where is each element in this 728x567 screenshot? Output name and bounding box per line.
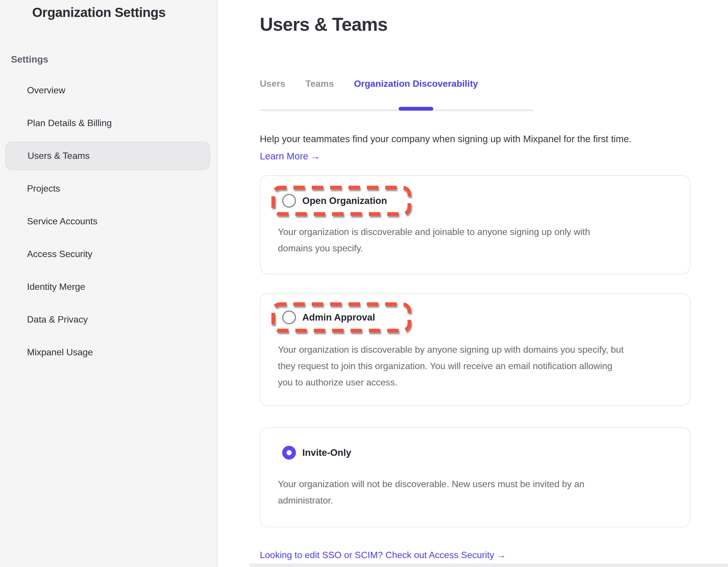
tab-organization-discoverability[interactable]: Organization Discoverability [354,75,478,92]
sidebar-item-projects[interactable]: Projects [5,174,210,203]
main-content: Users & Teams Users Teams Organization D… [218,0,728,567]
active-tab-indicator [399,107,433,111]
tabs-underline [260,109,533,111]
option-invite-only[interactable]: Invite-Only [271,438,411,468]
option-desc-open-organization: Your organization is discoverable and jo… [278,224,627,256]
option-card-admin-approval: Admin Approval Your organization is disc… [260,293,690,406]
radio-admin-approval[interactable] [282,311,296,324]
sidebar-item-access-security[interactable]: Access Security [5,240,210,268]
page-title: Users & Teams [260,14,728,35]
sidebar-item-mixpanel-usage[interactable]: Mixpanel Usage [5,338,210,367]
learn-more-link[interactable]: Learn More→ [260,150,320,162]
sidebar-title: Organization Settings [32,5,217,20]
sidebar-item-data-privacy[interactable]: Data & Privacy [5,305,210,334]
option-title-open-organization: Open Organization [302,195,387,206]
cutoff-content-strip [250,564,728,567]
sidebar-item-identity-merge[interactable]: Identity Merge [5,272,210,301]
intro-text: Help your teammates find your company wh… [260,133,725,145]
tab-users[interactable]: Users [260,75,285,92]
tab-teams[interactable]: Teams [305,75,334,92]
option-card-open-organization: Open Organization Your organization is d… [260,175,690,274]
sidebar-nav: Overview Plan Details & Billing Users & … [0,76,217,367]
option-desc-invite-only: Your organization will not be discoverab… [278,476,627,509]
option-admin-approval[interactable]: Admin Approval [271,302,411,333]
sidebar-item-plan-details-billing[interactable]: Plan Details & Billing [5,109,210,137]
access-security-link[interactable]: Looking to edit SSO or SCIM? Check out A… [260,550,506,560]
sidebar: Organization Settings Settings Overview … [0,0,217,567]
tabs: Users Teams Organization Discoverability [260,75,728,111]
option-open-organization[interactable]: Open Organization [271,185,411,216]
tab-label: Organization Discoverability [354,78,478,89]
option-card-invite-only: Invite-Only Your organization will not b… [260,427,690,527]
access-security-label: Looking to edit SSO or SCIM? Check out A… [260,550,494,560]
learn-more-label: Learn More [260,151,308,161]
option-desc-admin-approval: Your organization is discoverable by any… [278,342,627,391]
radio-invite-only[interactable] [282,446,296,460]
option-title-admin-approval: Admin Approval [302,312,375,323]
option-title-invite-only: Invite-Only [302,447,351,458]
sidebar-item-users-teams[interactable]: Users & Teams [5,142,210,170]
radio-open-organization[interactable] [282,194,296,208]
sidebar-section-settings: Settings [11,54,217,65]
radio-dot [286,450,292,455]
arrow-right-icon: → [311,151,320,161]
arrow-right-icon: → [496,550,506,560]
sidebar-item-overview[interactable]: Overview [5,76,210,104]
sidebar-item-service-accounts[interactable]: Service Accounts [5,207,210,235]
